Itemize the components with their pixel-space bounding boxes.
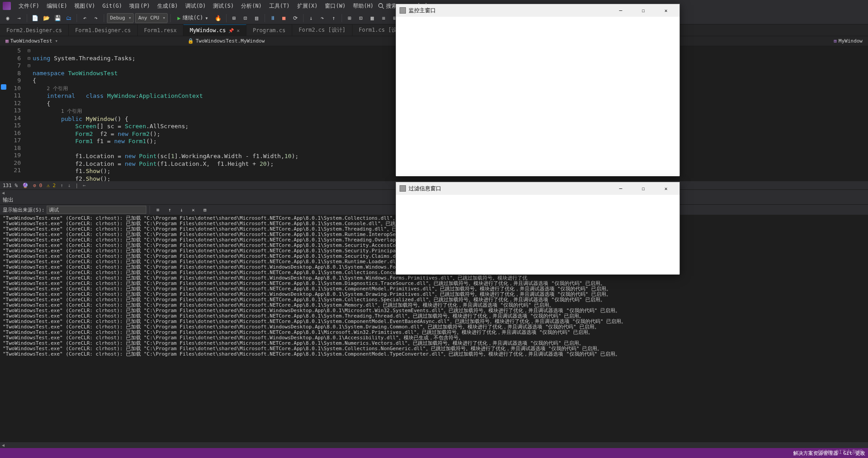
menu-tools[interactable]: 工具(T)	[266, 1, 293, 11]
menu-view[interactable]: 视图(V)	[71, 1, 98, 11]
vs-logo-icon	[3, 2, 11, 10]
monitor-body	[396, 17, 680, 176]
svg-rect-2	[1, 84, 6, 90]
tool-1[interactable]: ⊞	[345, 13, 355, 23]
open-button[interactable]: 📂	[41, 13, 51, 23]
restart-button[interactable]: ⟳	[290, 13, 300, 23]
crumb-member[interactable]: ⊞ MyWindow	[831, 38, 865, 44]
menu-test[interactable]: 测试(S)	[210, 1, 237, 11]
fold-margin[interactable]: ⊟⊟⊟	[25, 46, 33, 181]
nav-sep: |	[75, 183, 78, 188]
close-icon[interactable]: ✕	[236, 28, 240, 34]
step-out-button[interactable]: ↑	[329, 13, 339, 23]
search-box[interactable]: 搜索	[378, 2, 397, 10]
hot-reload-button[interactable]: 🔥	[213, 13, 223, 23]
tool-3[interactable]: ▦	[367, 13, 377, 23]
save-button[interactable]: 💾	[53, 13, 63, 23]
menu-help[interactable]: 帮助(H)	[350, 1, 377, 11]
output-prev-button[interactable]: ↑	[165, 205, 175, 215]
close-button[interactable]: ✕	[656, 182, 676, 195]
nav-down[interactable]: ↓	[68, 183, 71, 188]
stop-button[interactable]: ■	[279, 13, 289, 23]
minimize-button[interactable]: ─	[611, 4, 631, 17]
menu-debug[interactable]: 调试(D)	[182, 1, 209, 11]
ai-icon[interactable]: 🔮	[22, 183, 29, 188]
crumb-namespace[interactable]: 🔒 TwoWindowsTest.MyWindow	[185, 38, 267, 44]
save-all-button[interactable]: 🗂	[64, 13, 74, 23]
tab-form2-designer[interactable]: Form2.Designer.cs	[0, 24, 69, 36]
config-combo[interactable]: Debug	[107, 13, 134, 23]
menu-project[interactable]: 项目(P)	[126, 1, 153, 11]
search-icon	[378, 3, 384, 9]
menu-analyze[interactable]: 分析(N)	[238, 1, 265, 11]
output-wrap-button[interactable]: ⊞	[200, 205, 210, 215]
close-button[interactable]: ✕	[656, 4, 676, 17]
nav-left[interactable]: ←	[83, 183, 86, 188]
menu-edit[interactable]: 编辑(E)	[43, 1, 71, 11]
pin-icon[interactable]: 📌	[228, 28, 234, 33]
nav-fwd-button[interactable]: →	[14, 13, 24, 23]
filter-titlebar[interactable]: 过滤信息窗口 ─ ☐ ✕	[396, 182, 680, 195]
menu-extensions[interactable]: 扩展(X)	[294, 1, 321, 11]
svg-point-0	[378, 4, 382, 8]
stack-button[interactable]: ▤	[252, 13, 262, 23]
watermark: CSDN @IT大灰狼	[817, 448, 863, 456]
inline-hint-icon	[1, 84, 6, 90]
maximize-button[interactable]: ☐	[633, 4, 653, 17]
tab-program[interactable]: Program.cs	[246, 24, 292, 36]
pause-button[interactable]: ⏸	[268, 13, 278, 23]
monitor-title: 监控主窗口	[409, 7, 436, 14]
statusbar: 解决方案资源管理器 Git 更改 CSDN @IT大灰狼	[0, 448, 868, 458]
error-count[interactable]: ⊘ 0	[33, 183, 42, 188]
menu-build[interactable]: 生成(B)	[154, 1, 181, 11]
tab-form2-design[interactable]: Form2.cs [设计]	[292, 24, 352, 36]
output-hscroll[interactable]: ◀	[0, 442, 868, 448]
tab-mywindow[interactable]: MyWindow.cs📌✕	[183, 24, 246, 36]
line-gutter: 56789101112131415161718192021	[7, 46, 25, 181]
menu-git[interactable]: Git(G)	[99, 1, 125, 10]
filter-window[interactable]: 过滤信息窗口 ─ ☐ ✕	[395, 182, 680, 274]
glyph-margin	[0, 46, 7, 181]
tab-form1-resx[interactable]: Form1.resx	[138, 24, 183, 36]
undo-button[interactable]: ↶	[80, 13, 90, 23]
maximize-button[interactable]: ☐	[633, 182, 653, 195]
tool-4[interactable]: ≡	[379, 13, 389, 23]
continue-button[interactable]: ▶继续(C) ▾	[174, 13, 212, 23]
zoom-level[interactable]: 131 %	[3, 183, 18, 188]
redo-button[interactable]: ↷	[91, 13, 101, 23]
step-over-button[interactable]: ↷	[318, 13, 328, 23]
step-into-button[interactable]: ↓	[306, 13, 316, 23]
platform-combo[interactable]: Any CPU	[135, 13, 168, 23]
svg-line-1	[382, 7, 384, 9]
new-file-button[interactable]: 📄	[30, 13, 40, 23]
warning-count[interactable]: ⚠ 2	[47, 183, 56, 188]
minimize-button[interactable]: ─	[611, 182, 631, 195]
menu-window[interactable]: 窗口(W)	[322, 1, 349, 11]
output-next-button[interactable]: ↓	[177, 205, 187, 215]
window-icon	[400, 185, 406, 192]
search-label: 搜索	[386, 2, 397, 10]
output-clear-button[interactable]: ✕	[188, 205, 198, 215]
nav-back-button[interactable]: ◉	[3, 13, 13, 23]
play-icon: ▶	[177, 15, 180, 21]
output-src-combo[interactable]: 调试	[47, 206, 146, 214]
tab-form1-designer[interactable]: Form1.Designer.cs	[69, 24, 138, 36]
menu-file[interactable]: 文件(F)	[15, 1, 43, 11]
monitor-window[interactable]: 监控主窗口 ─ ☐ ✕	[395, 4, 680, 176]
output-goto-button[interactable]: ≡	[153, 205, 163, 215]
window-icon	[400, 7, 406, 14]
filter-title: 过滤信息窗口	[409, 185, 441, 193]
tool-2[interactable]: ⊡	[356, 13, 366, 23]
monitor-titlebar[interactable]: 监控主窗口 ─ ☐ ✕	[396, 4, 680, 17]
thread-button[interactable]: ⊡	[241, 13, 251, 23]
nav-up[interactable]: ↑	[60, 183, 63, 188]
filter-body	[396, 195, 680, 275]
output-src-label: 显示输出来源(S):	[3, 207, 45, 213]
process-button[interactable]: ⊞	[229, 13, 239, 23]
crumb-project[interactable]: ▦ TwoWindowsTest	[3, 38, 55, 44]
